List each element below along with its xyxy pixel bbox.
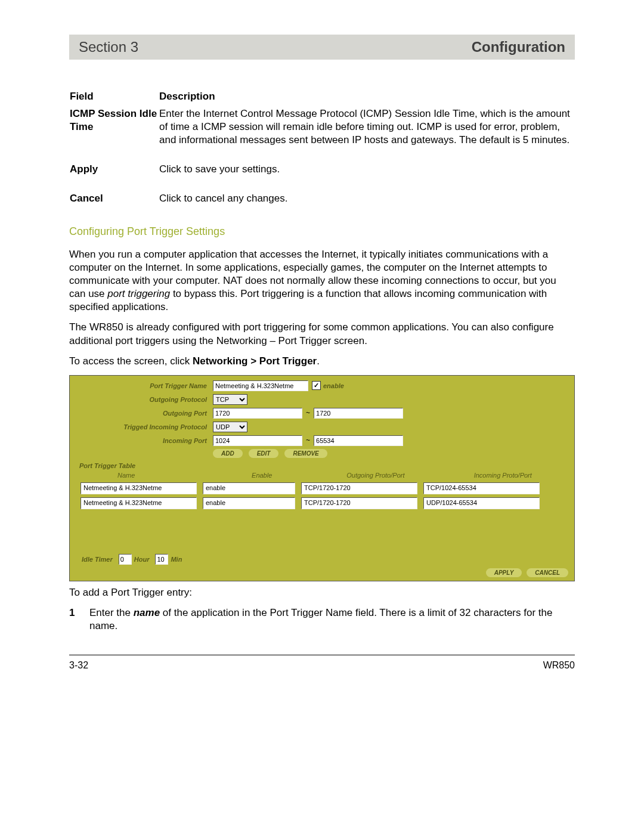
- col-name: Name: [76, 471, 222, 479]
- caption-add-entry: To add a Port Trigger entry:: [69, 586, 575, 599]
- cell-enable: enable: [203, 482, 295, 494]
- cell-enable: enable: [203, 497, 295, 509]
- cell-in: TCP/1024-65534: [423, 482, 540, 494]
- list-item: 1 Enter the name of the application in t…: [69, 606, 575, 633]
- col-enable: Enable: [222, 471, 329, 479]
- page-footer: 3-32 WR850: [69, 660, 575, 671]
- idle-min-input[interactable]: [155, 554, 168, 565]
- remove-button[interactable]: REMOVE: [284, 449, 327, 458]
- enable-checkbox[interactable]: ✓: [312, 381, 321, 390]
- desc-cancel: Click to cancel any changes.: [159, 191, 575, 221]
- col-in: Incoming Proto/Port: [456, 471, 568, 479]
- label-outgoing-port: Outgoing Port: [76, 409, 213, 417]
- incoming-port-to-input[interactable]: [314, 435, 403, 446]
- field-icmp: ICMP Session Idle Time: [69, 107, 159, 162]
- field-apply: Apply: [69, 162, 159, 191]
- col-field: Field: [69, 89, 159, 107]
- footer-divider: [69, 655, 575, 655]
- outgoing-port-from-input[interactable]: [213, 408, 302, 419]
- port-trigger-table-header: Name Enable Outgoing Proto/Port Incoming…: [76, 471, 568, 479]
- section-title: Configuration: [472, 39, 565, 55]
- port-trigger-name-input[interactable]: [213, 380, 308, 391]
- add-button[interactable]: ADD: [213, 449, 243, 458]
- port-trigger-table-title: Port Trigger Table: [79, 462, 568, 470]
- incoming-port-from-input[interactable]: [213, 435, 302, 446]
- paragraph-3: To access the screen, click Networking >…: [69, 355, 575, 368]
- section-label: Section 3: [79, 39, 138, 55]
- hour-label: Hour: [134, 555, 150, 563]
- label-outgoing-protocol: Outgoing Protocol: [76, 395, 213, 404]
- paragraph-1: When you run a computer application that…: [69, 248, 575, 314]
- step-text: Enter the name of the application in the…: [89, 606, 575, 633]
- step-number: 1: [69, 606, 89, 633]
- cell-out: TCP/1720-1720: [301, 497, 417, 509]
- enable-label: enable: [323, 382, 344, 390]
- col-out: Outgoing Proto/Port: [329, 471, 456, 479]
- idle-timer-label: Idle Timer: [82, 555, 113, 563]
- cell-out: TCP/1720-1720: [301, 482, 417, 494]
- range-separator: ~: [302, 408, 314, 418]
- cancel-button[interactable]: CANCEL: [527, 568, 568, 577]
- cell-name: Netmeeting & H.323Netme: [80, 497, 197, 509]
- field-cancel: Cancel: [69, 191, 159, 221]
- header-bar: Section 3 Configuration: [69, 35, 575, 60]
- paragraph-2: The WR850 is already configured with por…: [69, 321, 575, 347]
- desc-apply: Click to save your settings.: [159, 162, 575, 191]
- min-label: Min: [171, 555, 182, 563]
- desc-icmp: Enter the Internet Control Message Proto…: [159, 107, 575, 162]
- page: Section 3 Configuration Field Descriptio…: [0, 35, 644, 833]
- field-description-table: Field Description ICMP Session Idle Time…: [69, 89, 575, 221]
- edit-button[interactable]: EDIT: [249, 449, 279, 458]
- model-number: WR850: [543, 660, 575, 671]
- outgoing-port-to-input[interactable]: [314, 408, 403, 419]
- label-incoming-protocol: Trigged Incoming Protocol: [76, 423, 213, 431]
- page-number: 3-32: [69, 660, 88, 671]
- port-trigger-screenshot: Port Trigger Name ✓ enable Outgoing Prot…: [69, 375, 575, 582]
- cell-name: Netmeeting & H.323Netme: [80, 482, 197, 494]
- subheading: Configuring Port Trigger Settings: [69, 225, 575, 239]
- label-incoming-port: Incoming Port: [76, 436, 213, 445]
- label-port-trigger-name: Port Trigger Name: [76, 382, 213, 390]
- range-separator: ~: [302, 436, 314, 445]
- incoming-protocol-select[interactable]: UDP: [213, 422, 247, 432]
- content: Field Description ICMP Session Idle Time…: [69, 89, 575, 633]
- apply-button[interactable]: APPLY: [486, 568, 522, 577]
- cell-in: UDP/1024-65534: [423, 497, 540, 509]
- table-row[interactable]: Netmeeting & H.323Netme enable TCP/1720-…: [76, 482, 568, 494]
- table-row[interactable]: Netmeeting & H.323Netme enable TCP/1720-…: [76, 497, 568, 509]
- outgoing-protocol-select[interactable]: TCP: [213, 394, 247, 405]
- col-description: Description: [159, 89, 575, 107]
- idle-hour-input[interactable]: [119, 554, 132, 565]
